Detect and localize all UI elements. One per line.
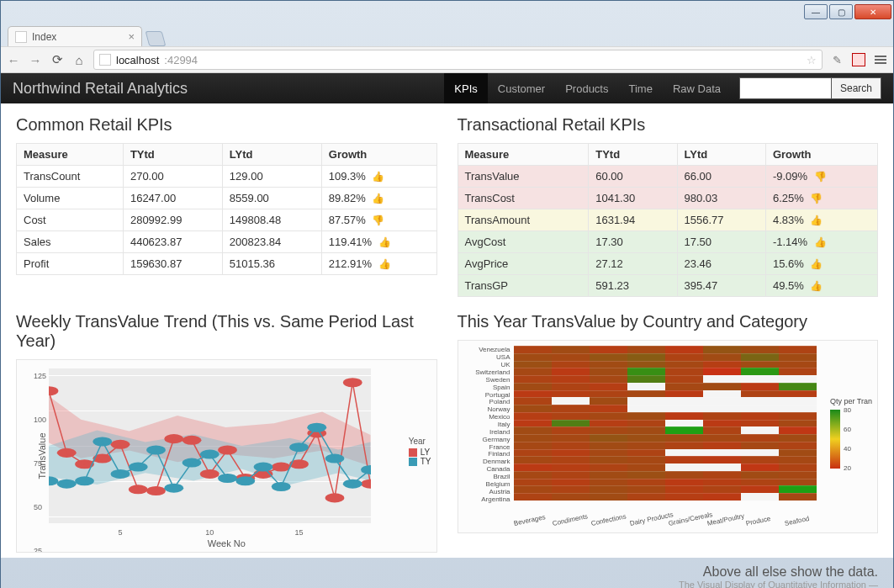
heatmap-ytick: Venezuela (462, 346, 510, 353)
heatmap-cell (779, 434, 817, 442)
heatmap-cell (741, 346, 779, 353)
nav-link-customer[interactable]: Customer (488, 73, 555, 103)
table-row: TransGP591.23395.4749.5% 👍 (458, 275, 878, 297)
heatmap-cell (741, 361, 779, 368)
heatmap-ytick: Italy (462, 421, 510, 428)
window-minimize-button[interactable]: — (804, 4, 828, 19)
table-row: Volume16247.008559.0089.82% 👍 (17, 188, 437, 209)
nav-link-products[interactable]: Products (555, 73, 618, 103)
heatmap-cell (590, 493, 627, 501)
heatmap-cell (779, 397, 817, 405)
heatmap-cell (514, 456, 552, 464)
heatmap-cell (703, 397, 741, 405)
thumbs-up-icon: 👍 (378, 258, 391, 270)
nav-link-kpis[interactable]: KPIs (444, 73, 487, 103)
home-icon[interactable]: ⌂ (71, 53, 87, 67)
bookmark-star-icon[interactable]: ☆ (807, 54, 817, 66)
heatmap-cell (665, 426, 703, 434)
table-row: Cost280992.99149808.4887.57% 👎 (17, 209, 437, 231)
chrome-menu-icon[interactable] (873, 52, 888, 67)
brand-title: Northwind Retail Analytics (13, 80, 188, 98)
heatmap-cell (779, 485, 817, 493)
address-bar[interactable]: localhost:42994 ☆ (93, 50, 823, 70)
heatmap-cell (552, 346, 590, 353)
heatmap-cell (590, 353, 627, 361)
heatmap-cell (590, 368, 627, 375)
navbar-search-input[interactable] (739, 77, 832, 99)
heatmap-cell (514, 405, 552, 412)
heatmap-ytick: Canada (462, 465, 510, 473)
heatmap-cell (779, 368, 817, 375)
heatmap-cell (552, 375, 590, 383)
heatmap-cell (552, 456, 590, 464)
heatmap-cell (627, 353, 665, 361)
wand-icon[interactable]: ✎ (829, 52, 844, 67)
browser-tab[interactable]: Index × (8, 26, 142, 46)
heatmap-cell (590, 449, 627, 457)
heatmap-cell (703, 405, 741, 412)
heatmap-cell (779, 405, 817, 412)
chart-ytick: 25 (34, 547, 42, 553)
reload-icon[interactable]: ⟳ (50, 52, 65, 67)
heatmap-cell (627, 361, 665, 368)
navbar-search-button[interactable]: Search (832, 77, 881, 99)
heatmap-cell (552, 397, 590, 405)
heatmap-cell (665, 442, 703, 449)
table-row: AvgCost17.3017.50-1.14% 👍 (458, 231, 878, 253)
table-header: LYtd (222, 144, 321, 166)
heatmap-cell (627, 449, 665, 457)
window-maximize-button[interactable]: ▢ (829, 4, 853, 19)
extension-icon[interactable] (851, 52, 866, 67)
heatmap-ytick: Poland (462, 398, 510, 405)
heatmap-cell (741, 353, 779, 361)
legend-label: LY (421, 448, 431, 457)
heatmap-cell (703, 485, 741, 493)
nav-link-raw-data[interactable]: Raw Data (663, 73, 731, 103)
heatmap-ytick: Belgium (462, 480, 510, 488)
table-row: TransCount270.00129.00109.3% 👍 (17, 166, 437, 188)
common-kpi-heading: Common Retail KPIs (16, 115, 437, 135)
heatmap-cell (703, 390, 741, 398)
heatmap-cell (627, 420, 665, 427)
heatmap-cell (741, 456, 779, 464)
page-icon (99, 54, 111, 66)
heatmap-cell (627, 368, 665, 375)
heatmap-cell (627, 479, 665, 486)
chart-xtick: 5 (118, 528, 122, 537)
window-close-button[interactable]: ✕ (854, 4, 891, 19)
heatmap-cell (741, 479, 779, 486)
heatmap-cell (514, 449, 552, 457)
thumbs-up-icon: 👍 (810, 258, 823, 270)
heatmap-ytick: Switzerland (462, 368, 510, 376)
nav-link-time[interactable]: Time (618, 73, 662, 103)
chart-xtick: 15 (294, 528, 303, 537)
table-header: TYtd (123, 144, 222, 166)
legend-label: TY (421, 457, 431, 466)
url-host: localhost (116, 54, 159, 66)
heatmap-cell (514, 361, 552, 368)
heatmap-cell (552, 442, 590, 449)
tab-close-icon[interactable]: × (128, 30, 135, 43)
heatmap-cell (665, 368, 703, 375)
forward-icon[interactable]: → (28, 53, 43, 67)
heatmap-cell (627, 412, 665, 420)
thumbs-up-icon: 👍 (372, 171, 384, 183)
heatmap-cell (590, 346, 627, 353)
heatmap-cell (590, 426, 627, 434)
heatmap-cell (627, 346, 665, 353)
heatmap-cell (741, 493, 779, 501)
heatmap-cell (779, 442, 817, 449)
heatmap-cell (665, 464, 703, 471)
heatmap-ytick: Sweden (462, 376, 510, 384)
heatmap-cell (552, 485, 590, 493)
heatmap-cell (552, 434, 590, 442)
heatmap-cell (703, 456, 741, 464)
heatmap-cell (665, 434, 703, 442)
heatmap-cell (703, 412, 741, 420)
heatmap-cell (590, 397, 627, 405)
weekly-chart-heading: Weekly TransValue Trend (This vs. Same P… (16, 312, 437, 351)
back-icon[interactable]: ← (6, 53, 21, 67)
new-tab-button[interactable] (145, 31, 167, 46)
heatmap-ytick: Mexico (462, 413, 510, 421)
heatmap-xtick: Seafood (784, 515, 810, 527)
